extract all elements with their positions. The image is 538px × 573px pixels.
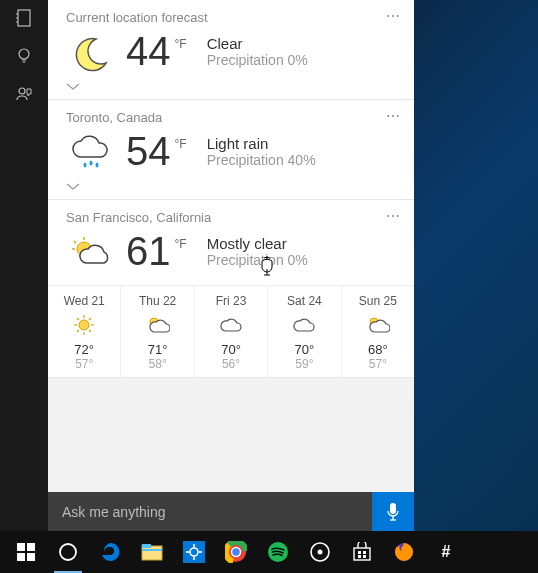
condition-text: Clear: [207, 35, 308, 52]
taskbar-spotify[interactable]: [258, 531, 298, 573]
svg-rect-36: [142, 549, 162, 551]
temperature-value: 44: [126, 31, 171, 71]
svg-point-10: [96, 163, 99, 168]
partly-sunny-icon: [121, 312, 193, 338]
cortana-search-bar: [48, 492, 414, 531]
svg-rect-54: [363, 555, 366, 558]
forecast-day[interactable]: Sun 2568°57°: [342, 286, 414, 377]
card-more-button[interactable]: ⋯: [386, 108, 402, 124]
svg-point-7: [19, 88, 25, 94]
cloudy-icon: [268, 312, 340, 338]
forecast-low: 57°: [342, 357, 414, 371]
taskbar-file-explorer[interactable]: [132, 531, 172, 573]
weather-card-current-location[interactable]: ⋯ Current location forecast 44 °F Clear …: [48, 0, 414, 100]
svg-point-33: [60, 544, 76, 560]
microphone-icon: [386, 502, 400, 522]
svg-rect-50: [354, 548, 370, 560]
forecast-day-label: Sun 25: [342, 294, 414, 308]
expand-button[interactable]: [66, 79, 396, 93]
taskbar-slack[interactable]: #: [426, 531, 466, 573]
forecast-day-label: Fri 23: [195, 294, 267, 308]
temperature-unit: °F: [175, 237, 187, 251]
taskbar-edge[interactable]: [90, 531, 130, 573]
svg-rect-34: [142, 546, 162, 560]
svg-line-23: [77, 330, 79, 332]
cortana-left-rail: [0, 0, 48, 531]
svg-rect-53: [358, 555, 361, 558]
svg-line-13: [74, 241, 76, 243]
svg-text:#: #: [442, 543, 451, 560]
precipitation-text: Precipitation 40%: [207, 152, 316, 168]
taskbar-start[interactable]: [6, 531, 46, 573]
card-more-button[interactable]: ⋯: [386, 8, 402, 24]
svg-rect-26: [390, 503, 396, 514]
forecast-day-label: Sat 24: [268, 294, 340, 308]
precipitation-text: Precipitation 0%: [207, 252, 308, 268]
svg-line-21: [89, 330, 91, 332]
temperature-value: 54: [126, 131, 171, 171]
cloudy-icon: [195, 312, 267, 338]
forecast-low: 59°: [268, 357, 340, 371]
microphone-button[interactable]: [372, 492, 414, 531]
moon-icon: [66, 31, 114, 79]
svg-point-49: [318, 550, 323, 555]
svg-rect-31: [17, 553, 25, 561]
condition-text: Mostly clear: [207, 235, 308, 252]
forecast-row: Wed 2172°57°Thu 2271°58°Fri 2370°56°Sat …: [48, 285, 414, 377]
search-input[interactable]: [48, 492, 372, 531]
weather-card-san-francisco[interactable]: ⋯ San Francisco, California 61 °F Mostly…: [48, 200, 414, 378]
desktop-background: [414, 0, 538, 531]
precipitation-text: Precipitation 0%: [207, 52, 308, 68]
expand-button[interactable]: [66, 179, 396, 193]
condition-text: Light rain: [207, 135, 316, 152]
forecast-day-label: Thu 22: [121, 294, 193, 308]
cortana-panel: ⋯ Current location forecast 44 °F Clear …: [48, 0, 414, 492]
feedback-icon[interactable]: [12, 82, 36, 106]
weather-card-toronto[interactable]: ⋯ Toronto, Canada 54 °F Light rain Preci…: [48, 100, 414, 200]
svg-line-22: [89, 318, 91, 320]
temperature-unit: °F: [175, 137, 187, 151]
forecast-high: 70°: [195, 342, 267, 357]
forecast-low: 58°: [121, 357, 193, 371]
forecast-low: 56°: [195, 357, 267, 371]
svg-line-20: [77, 318, 79, 320]
forecast-day[interactable]: Sat 2470°59°: [268, 286, 341, 377]
partly-sunny-icon: [66, 231, 114, 279]
svg-point-15: [79, 320, 89, 330]
svg-point-9: [90, 161, 93, 166]
svg-point-46: [232, 548, 241, 557]
taskbar-firefox[interactable]: [384, 531, 424, 573]
taskbar-cortana[interactable]: [48, 531, 88, 573]
svg-rect-32: [27, 553, 35, 561]
temperature-value: 61: [126, 231, 171, 271]
forecast-low: 57°: [48, 357, 120, 371]
forecast-high: 70°: [268, 342, 340, 357]
svg-point-4: [19, 49, 29, 59]
taskbar-store[interactable]: [342, 531, 382, 573]
rain-icon: [66, 131, 114, 179]
sunny-icon: [48, 312, 120, 338]
forecast-day-label: Wed 21: [48, 294, 120, 308]
card-header: Toronto, Canada: [66, 110, 396, 125]
svg-point-8: [84, 163, 87, 168]
forecast-high: 71°: [121, 342, 193, 357]
svg-rect-29: [17, 543, 25, 551]
svg-rect-51: [358, 551, 361, 554]
svg-rect-30: [27, 543, 35, 551]
card-more-button[interactable]: ⋯: [386, 208, 402, 224]
taskbar-chrome[interactable]: [216, 531, 256, 573]
forecast-day[interactable]: Fri 2370°56°: [195, 286, 268, 377]
notebook-icon[interactable]: [12, 6, 36, 30]
taskbar-disc[interactable]: [300, 531, 340, 573]
taskbar: #: [0, 531, 538, 573]
lightbulb-icon[interactable]: [12, 44, 36, 68]
partly-sunny-icon: [342, 312, 414, 338]
svg-rect-52: [363, 551, 366, 554]
temperature-unit: °F: [175, 37, 187, 51]
svg-rect-35: [142, 544, 151, 548]
forecast-high: 68°: [342, 342, 414, 357]
forecast-day[interactable]: Thu 2271°58°: [121, 286, 194, 377]
taskbar-settings[interactable]: [174, 531, 214, 573]
svg-rect-0: [18, 10, 30, 26]
forecast-day[interactable]: Wed 2172°57°: [48, 286, 121, 377]
